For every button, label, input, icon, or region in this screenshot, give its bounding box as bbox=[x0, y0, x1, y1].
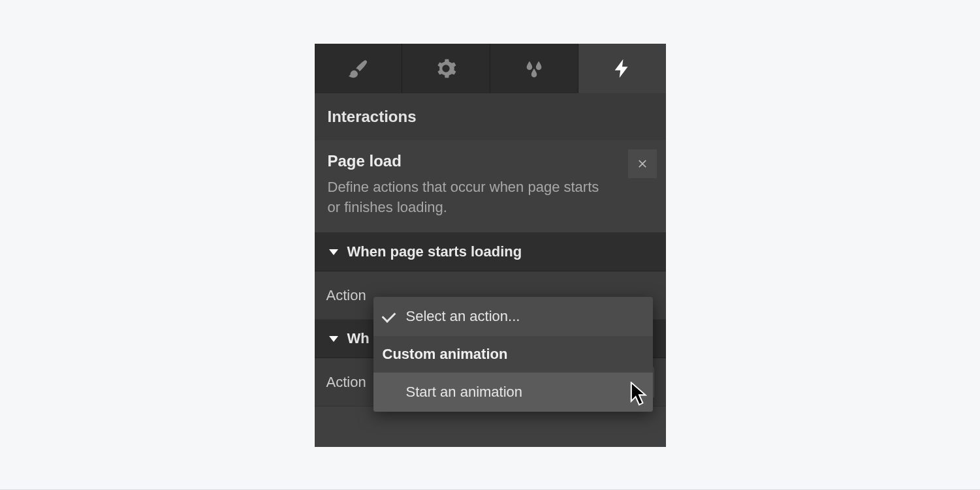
tab-effects[interactable] bbox=[490, 44, 578, 93]
accordion-when-starts[interactable]: When page starts loading bbox=[315, 233, 666, 271]
close-trigger-button[interactable] bbox=[628, 149, 657, 178]
close-icon bbox=[636, 157, 649, 170]
panel-tabs bbox=[315, 44, 666, 93]
action-label: Action bbox=[326, 374, 366, 391]
lightning-icon bbox=[611, 57, 633, 80]
trigger-description: Define actions that occur when page star… bbox=[328, 177, 609, 219]
dropdown-item-label: Start an animation bbox=[406, 384, 523, 401]
trigger-block: Page load Define actions that occur when… bbox=[315, 140, 666, 234]
gear-icon bbox=[435, 57, 457, 80]
action-label: Action bbox=[326, 287, 366, 304]
dropdown-item-start-animation[interactable]: Start an animation bbox=[373, 373, 653, 412]
brush-icon bbox=[347, 57, 369, 80]
accordion-label: When page starts loading bbox=[347, 243, 522, 260]
tab-settings[interactable] bbox=[402, 44, 490, 93]
panel-title: Interactions bbox=[315, 93, 666, 140]
dropdown-item-label: Select an action... bbox=[406, 308, 520, 325]
action-dropdown: Select an action... Custom animation Sta… bbox=[373, 297, 653, 412]
tab-interactions[interactable] bbox=[578, 44, 666, 93]
chevron-down-icon bbox=[329, 249, 338, 255]
dropdown-group-heading: Custom animation bbox=[373, 336, 653, 373]
trigger-title: Page load bbox=[328, 152, 653, 170]
chevron-down-icon bbox=[329, 336, 338, 342]
interactions-panel: Interactions Page load Define actions th… bbox=[315, 44, 666, 447]
droplets-icon bbox=[523, 57, 545, 80]
dropdown-item-placeholder[interactable]: Select an action... bbox=[373, 297, 653, 336]
tab-style[interactable] bbox=[315, 44, 403, 93]
accordion-label: Wh bbox=[347, 330, 370, 347]
